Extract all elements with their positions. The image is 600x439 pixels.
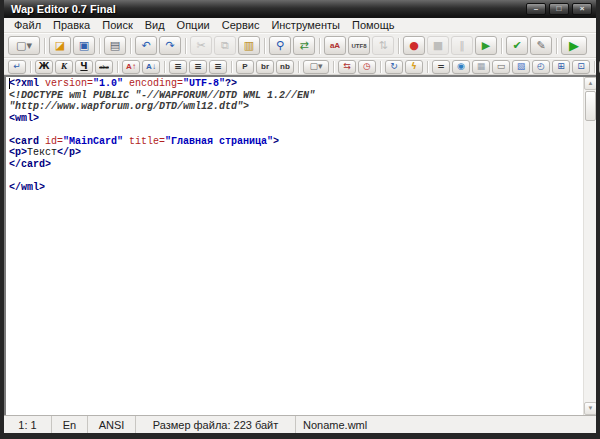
toolbar-separator — [333, 61, 334, 73]
toolbar-separator — [501, 38, 502, 54]
insert-template-button[interactable]: ▢▾ — [303, 60, 329, 74]
menu-file[interactable]: Файл — [8, 19, 47, 31]
paragraph-button[interactable]: P — [236, 60, 254, 74]
menu-options[interactable]: Опции — [171, 19, 216, 31]
play-macro-button[interactable]: ▶ — [475, 36, 497, 55]
code-line — [9, 124, 582, 136]
font-button[interactable]: aA — [324, 36, 346, 55]
utf8-icon: UTF8 — [352, 43, 367, 49]
minimize-button[interactable]: – — [526, 3, 546, 15]
undo-button[interactable]: ↶ — [135, 36, 157, 55]
code-area[interactable]: <?xml version="1.0" encoding="UTF-8"?><!… — [9, 78, 582, 193]
copy-icon: ⧉ — [221, 40, 229, 51]
align-right-icon: ≡ — [214, 62, 222, 71]
toolbar-separator — [130, 38, 131, 54]
redo-icon: ↷ — [165, 40, 174, 51]
globe-icon: ◉ — [457, 62, 465, 71]
menu-edit[interactable]: Правка — [47, 19, 96, 31]
replace-button[interactable]: ⇄ — [293, 36, 315, 55]
font-decrease-icon: A↓ — [146, 63, 156, 71]
lightning-icon: ϟ — [411, 62, 417, 71]
title-bar[interactable]: Wap Editor 0.7 Final – □ × — [4, 0, 596, 18]
strikethrough-button[interactable]: abc — [95, 60, 113, 74]
status-encoding: ANSI — [88, 416, 136, 433]
menu-view[interactable]: Вид — [139, 19, 171, 31]
menu-service[interactable]: Сервис — [216, 19, 266, 31]
close-button[interactable]: × — [572, 3, 592, 15]
insert-timer-button[interactable]: ◴ — [532, 60, 550, 74]
code-token-doctype: "http://www.wapforum.org/DTD/wml12.dtd"> — [9, 101, 249, 112]
word-wrap-icon: ↵ — [13, 62, 21, 71]
scroll-up-button[interactable]: ▲ — [584, 77, 596, 90]
external-tools-button[interactable]: ✎ — [530, 36, 552, 55]
utf8-convert-button[interactable]: UTF8 — [348, 36, 370, 55]
anchor-button[interactable]: ϟ — [405, 60, 423, 74]
break-button[interactable]: br — [256, 60, 274, 74]
new-file-button[interactable]: ▢▾ — [8, 36, 40, 55]
italic-button[interactable]: К — [55, 60, 73, 74]
undo-icon: ↶ — [141, 40, 150, 51]
clock-icon: ◴ — [537, 62, 545, 71]
editor-pane[interactable]: <?xml version="1.0" encoding="UTF-8"?><!… — [4, 75, 596, 415]
word-wrap-button[interactable]: ↵ — [8, 60, 26, 74]
toolbar-separator — [594, 61, 595, 73]
goto-link-button[interactable]: ⇆ — [338, 60, 356, 74]
page-dropdown-icon: ▢▾ — [309, 62, 322, 71]
save-button[interactable]: ▣ — [73, 36, 95, 55]
bold-button[interactable]: Ж — [35, 60, 53, 74]
validate-button[interactable]: ✔ — [506, 36, 528, 55]
menu-tools[interactable]: Инструменты — [265, 19, 346, 31]
print-button[interactable]: ▤ — [104, 36, 126, 55]
insert-button-button[interactable]: ▭ — [492, 60, 510, 74]
font-increase-icon: A↑ — [126, 63, 136, 71]
search-replace-icon: ⇄ — [299, 40, 308, 51]
find-button[interactable]: ⚲ — [269, 36, 291, 55]
code-token-val: "1.0" — [93, 78, 123, 89]
goto-arrows-icon: ⇆ — [343, 62, 351, 71]
nbsp-button[interactable]: nb — [276, 60, 294, 74]
align-left-button[interactable]: ≡ — [169, 60, 187, 74]
record-macro-button[interactable]: ● — [403, 36, 425, 55]
vertical-scrollbar[interactable]: ▲ ▼ — [583, 77, 596, 415]
align-center-icon: ≡ — [194, 62, 202, 71]
insert-image-button[interactable]: ▦ — [472, 60, 490, 74]
toolbar-separator — [30, 61, 31, 73]
timer-page-button[interactable]: ◷ — [358, 60, 376, 74]
font-decrease-button[interactable]: A↓ — [142, 60, 160, 74]
pause-icon: ‖ — [459, 40, 465, 51]
open-button[interactable]: ◪ — [49, 36, 71, 55]
toolbar-separator — [185, 38, 186, 54]
redo-button[interactable]: ↷ — [159, 36, 181, 55]
button-icon: ▭ — [497, 62, 506, 71]
font-increase-button[interactable]: A↑ — [122, 60, 140, 74]
insert-table-button[interactable]: ⊞ — [552, 60, 570, 74]
timer-page-icon: ◷ — [363, 62, 371, 71]
toolbar-separator — [117, 61, 118, 73]
align-right-button[interactable]: ≡ — [209, 60, 227, 74]
run-browser-button[interactable]: ▶ — [561, 36, 587, 55]
scrollbar-thumb[interactable] — [585, 91, 596, 121]
scroll-down-button[interactable]: ▼ — [584, 402, 596, 415]
insert-link-button[interactable]: ◉ — [452, 60, 470, 74]
status-cursor-position: 1: 1 — [4, 416, 52, 433]
hr-button[interactable]: = — [432, 60, 450, 74]
code-token-tag: <card — [9, 136, 45, 147]
toolbar-main: ▢▾◪▣▤↶↷✂⧉▥⚲⇄aAUTF8⇅●■‖▶✔✎▶ — [4, 33, 596, 58]
menu-help[interactable]: Помощь — [346, 19, 401, 31]
picture-icon: ▧ — [517, 62, 526, 71]
maximize-button[interactable]: □ — [549, 3, 569, 15]
menu-search[interactable]: Поиск — [96, 19, 138, 31]
underline-button[interactable]: Ч — [75, 60, 93, 74]
stop-icon: ■ — [433, 40, 443, 51]
record-icon: ● — [409, 40, 419, 51]
code-token-attr: version= — [45, 78, 93, 89]
check-page-icon: ✔ — [512, 40, 521, 51]
run-icon: ▶ — [569, 39, 579, 52]
align-center-button[interactable]: ≡ — [189, 60, 207, 74]
insert-card-button[interactable]: ⊡ — [572, 60, 590, 74]
code-token-attr: title= — [129, 136, 165, 147]
refresh-button[interactable]: ↻ — [385, 60, 403, 74]
insert-picture-button[interactable]: ▧ — [512, 60, 530, 74]
code-token-tag: </p> — [57, 147, 81, 158]
paste-button[interactable]: ▥ — [238, 36, 260, 55]
